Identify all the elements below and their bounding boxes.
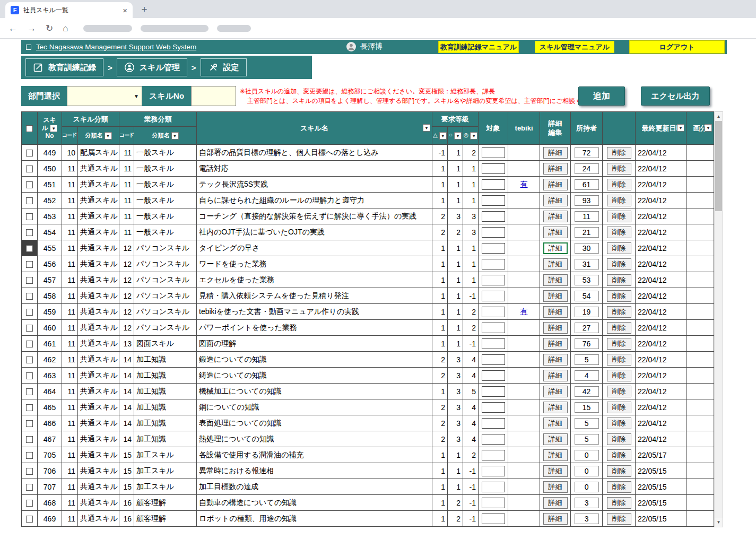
target-input[interactable] [482, 323, 505, 333]
row-checkbox[interactable] [26, 500, 33, 507]
target-input[interactable] [482, 211, 505, 222]
target-input[interactable] [482, 243, 505, 254]
delete-button[interactable]: 削除 [607, 163, 631, 175]
detail-button[interactable]: 詳細 [543, 147, 568, 159]
row-checkbox[interactable] [26, 245, 33, 252]
target-input[interactable] [482, 498, 505, 508]
back-icon[interactable]: ← [8, 24, 18, 33]
new-tab-button[interactable]: + [137, 2, 152, 17]
detail-button[interactable]: 詳細 [543, 513, 568, 525]
detail-button[interactable]: 詳細 [543, 195, 568, 206]
target-input[interactable] [482, 370, 505, 381]
logout-button[interactable]: ログアウト [629, 40, 725, 54]
row-checkbox[interactable] [26, 277, 33, 284]
delete-button[interactable]: 削除 [607, 497, 631, 509]
delete-button[interactable]: 削除 [607, 370, 631, 381]
scroll-down-button[interactable]: ▼ [715, 518, 723, 527]
delete-button[interactable]: 削除 [607, 227, 631, 238]
detail-button[interactable]: 詳細 [543, 370, 568, 381]
row-checkbox[interactable] [26, 452, 33, 459]
detail-button[interactable]: 詳細 [543, 433, 568, 445]
target-input[interactable] [482, 147, 505, 158]
filter-icon[interactable]: ▼ [439, 132, 447, 140]
target-input[interactable] [482, 418, 505, 429]
detail-button[interactable]: 詳細 [543, 242, 568, 254]
tebiki-link[interactable]: 有 [520, 180, 528, 188]
nav-item-skill-management[interactable]: スキル管理 [117, 58, 187, 76]
nav-item-settings[interactable]: 設定 [201, 58, 247, 76]
filter-icon[interactable]: ▼ [454, 132, 462, 140]
system-title-link[interactable]: Tec Nagasawa Management Support Web Syst… [36, 43, 196, 51]
delete-button[interactable]: 削除 [607, 147, 631, 159]
col-header-skill-cat-code[interactable]: コード↑ [62, 127, 78, 145]
detail-button[interactable]: 詳細 [543, 417, 568, 429]
target-input[interactable] [482, 195, 505, 206]
delete-button[interactable]: 削除 [607, 465, 631, 477]
detail-button[interactable]: 詳細 [543, 179, 568, 190]
delete-button[interactable]: 削除 [607, 258, 631, 270]
delete-button[interactable]: 削除 [607, 322, 631, 334]
target-input[interactable] [482, 259, 505, 269]
detail-button[interactable]: 詳細 [543, 306, 568, 318]
target-input[interactable] [482, 434, 505, 445]
delete-button[interactable]: 削除 [607, 402, 631, 413]
detail-button[interactable]: 詳細 [543, 497, 568, 509]
filter-icon[interactable]: ▼ [171, 132, 179, 140]
target-input[interactable] [482, 179, 505, 190]
target-input[interactable] [482, 402, 505, 413]
target-input[interactable] [482, 275, 505, 285]
col-header-grade-triangle[interactable]: △▼ [432, 127, 448, 145]
detail-button[interactable]: 詳細 [543, 227, 568, 238]
filter-icon[interactable]: ▼ [423, 124, 430, 132]
col-header-biz-cat-code[interactable]: コード↑ [119, 127, 134, 145]
target-input[interactable] [482, 482, 505, 492]
browser-tab[interactable]: F 社員スキル一覧 × [5, 2, 133, 18]
col-header-grade-circle[interactable]: ○▼ [448, 127, 463, 145]
row-checkbox[interactable] [26, 404, 33, 411]
tab-close-icon[interactable]: × [123, 6, 127, 14]
delete-button[interactable]: 削除 [607, 179, 631, 190]
filter-icon[interactable]: ▼ [677, 124, 684, 132]
delete-button[interactable]: 削除 [607, 354, 631, 366]
col-header-skill-no[interactable]: スキ ル▼ No [38, 112, 62, 145]
row-checkbox[interactable] [26, 516, 33, 523]
detail-button[interactable]: 詳細 [543, 386, 568, 397]
delete-button[interactable]: 削除 [607, 274, 631, 286]
col-header-skill-cat-name[interactable]: 分類名▼ [78, 127, 119, 145]
skill-manual-button[interactable]: スキル管理マニュアル [535, 41, 614, 53]
reload-icon[interactable]: ↻ [46, 24, 53, 33]
delete-button[interactable]: 削除 [607, 290, 631, 302]
target-input[interactable] [482, 386, 505, 397]
target-input[interactable] [482, 291, 505, 301]
detail-button[interactable]: 詳細 [543, 211, 568, 222]
target-input[interactable] [482, 466, 505, 476]
scroll-up-button[interactable]: ▲ [715, 112, 723, 121]
home-icon[interactable]: ⌂ [63, 24, 68, 33]
detail-button[interactable]: 詳細 [543, 481, 568, 493]
add-button[interactable]: 追加 [578, 86, 625, 106]
row-checkbox[interactable] [26, 356, 33, 363]
select-all-checkbox[interactable] [26, 125, 33, 132]
target-input[interactable] [482, 227, 505, 238]
row-checkbox[interactable] [26, 309, 33, 316]
detail-button[interactable]: 詳細 [543, 354, 568, 366]
row-checkbox[interactable] [26, 484, 33, 491]
filter-icon[interactable]: ▼ [470, 132, 477, 140]
delete-button[interactable]: 削除 [607, 513, 631, 525]
skill-no-input[interactable] [191, 86, 236, 106]
scrollbar-track[interactable] [715, 121, 723, 518]
target-input[interactable] [482, 163, 505, 174]
excel-export-button[interactable]: エクセル出力 [641, 86, 710, 106]
col-header-last-updated[interactable]: 最終更新日時 ▼ [636, 112, 687, 145]
forward-icon[interactable]: → [27, 24, 36, 33]
delete-button[interactable]: 削除 [607, 195, 631, 206]
detail-button[interactable]: 詳細 [543, 402, 568, 413]
col-header-skill-name[interactable]: スキル名 ▼ [197, 112, 432, 145]
detail-button[interactable]: 詳細 [543, 322, 568, 334]
row-checkbox[interactable] [26, 166, 33, 172]
filter-icon[interactable]: ▼ [105, 132, 112, 140]
row-checkbox[interactable] [26, 229, 33, 236]
col-header-grade-double-circle[interactable]: ◎▼ [463, 127, 479, 145]
row-checkbox[interactable] [26, 150, 33, 156]
delete-button[interactable]: 削除 [607, 417, 631, 429]
